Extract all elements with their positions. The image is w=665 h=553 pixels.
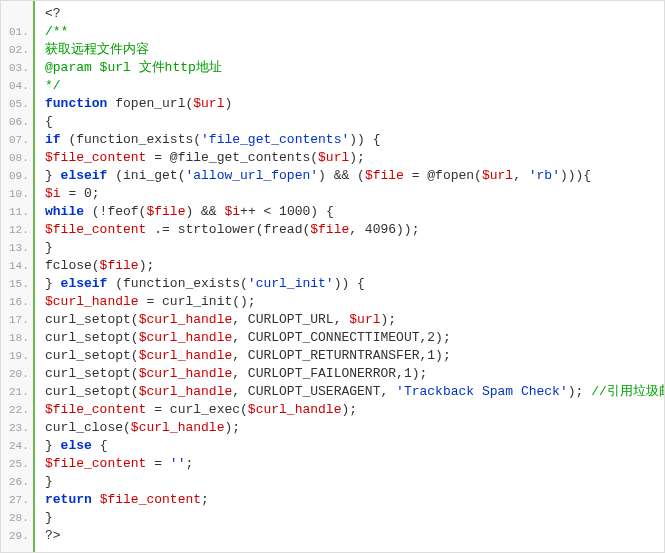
code-token: , CURLOPT_CONNECTTIMEOUT,2);	[232, 330, 450, 345]
line-number: 12.	[1, 221, 33, 239]
code-token: while	[45, 204, 84, 219]
code-line: {	[45, 113, 664, 131]
line-number: 18.	[1, 329, 33, 347]
line-number: 09.	[1, 167, 33, 185]
code-token: @param $url 文件http地址	[45, 60, 222, 75]
code-line: curl_setopt($curl_handle, CURLOPT_URL, $…	[45, 311, 664, 329]
code-token: ) && (	[318, 168, 365, 183]
code-line: }	[45, 473, 664, 491]
code-token: fclose(	[45, 258, 100, 273]
code-token: , CURLOPT_RETURNTRANSFER,1);	[232, 348, 450, 363]
line-number: 24.	[1, 437, 33, 455]
code-token: }	[45, 438, 61, 453]
code-token: $file_content	[100, 492, 201, 507]
line-number: 13.	[1, 239, 33, 257]
code-line: curl_setopt($curl_handle, CURLOPT_USERAG…	[45, 383, 664, 401]
code-line: } elseif (function_exists('curl_init')) …	[45, 275, 664, 293]
code-token: ) &&	[185, 204, 224, 219]
code-token: (function_exists(	[61, 132, 201, 147]
code-token: curl_close(	[45, 420, 131, 435]
code-token: $file	[365, 168, 404, 183]
code-token: , CURLOPT_USERAGENT,	[232, 384, 396, 399]
code-token: .= strtolower(fread(	[146, 222, 310, 237]
code-token: $curl_handle	[139, 330, 233, 345]
line-number: 07.	[1, 131, 33, 149]
line-number: 16.	[1, 293, 33, 311]
code-area[interactable]: <?/**获取远程文件内容@param $url 文件http地址*/funct…	[35, 1, 664, 552]
line-number-gutter: 01.02.03.04.05.06.07.08.09.10.11.12.13.1…	[1, 1, 35, 552]
code-token: $url	[349, 312, 380, 327]
code-token: ''	[170, 456, 186, 471]
code-token: (function_exists(	[107, 276, 247, 291]
line-number: 08.	[1, 149, 33, 167]
line-number: 01.	[1, 23, 33, 41]
code-token: 'file_get_contents'	[201, 132, 349, 147]
code-token: }	[45, 510, 53, 525]
code-token: = @fopen(	[404, 168, 482, 183]
code-token: function	[45, 96, 107, 111]
code-line: ?>	[45, 527, 664, 545]
code-token: elseif	[61, 168, 108, 183]
code-line: /**	[45, 23, 664, 41]
code-token: )	[224, 96, 232, 111]
code-line: <?	[45, 5, 664, 23]
line-number: 26.	[1, 473, 33, 491]
code-token: $url	[482, 168, 513, 183]
code-token: ;	[201, 492, 209, 507]
code-line: $file_content = curl_exec($curl_handle);	[45, 401, 664, 419]
code-token: 'rb'	[529, 168, 560, 183]
code-token: );	[341, 402, 357, 417]
code-token: ?>	[45, 528, 61, 543]
code-token: curl_setopt(	[45, 384, 139, 399]
code-token: , CURLOPT_FAILONERROR,1);	[232, 366, 427, 381]
line-number: 27.	[1, 491, 33, 509]
code-token: = curl_exec(	[146, 402, 247, 417]
code-line: $file_content .= strtolower(fread($file,…	[45, 221, 664, 239]
code-token: $url	[193, 96, 224, 111]
code-token: ,	[513, 168, 529, 183]
code-token: return	[45, 492, 92, 507]
code-token: 'Trackback Spam Check'	[396, 384, 568, 399]
code-token: $file	[146, 204, 185, 219]
code-token: );	[568, 384, 591, 399]
code-token: curl_setopt(	[45, 312, 139, 327]
line-number: 29.	[1, 527, 33, 545]
code-line: $i = 0;	[45, 185, 664, 203]
code-token: }	[45, 276, 61, 291]
code-line: @param $url 文件http地址	[45, 59, 664, 77]
code-token: );	[139, 258, 155, 273]
code-token: $url	[318, 150, 349, 165]
code-token: ;	[185, 456, 193, 471]
code-line: 获取远程文件内容	[45, 41, 664, 59]
line-number: 15.	[1, 275, 33, 293]
code-token: (ini_get(	[107, 168, 185, 183]
line-number: 02.	[1, 41, 33, 59]
code-token: /**	[45, 24, 68, 39]
line-number: 10.	[1, 185, 33, 203]
code-token: =	[146, 456, 169, 471]
line-number: 17.	[1, 311, 33, 329]
code-token: $curl_handle	[139, 348, 233, 363]
code-line: } else {	[45, 437, 664, 455]
code-token: elseif	[61, 276, 108, 291]
code-token: 'allow_url_fopen'	[185, 168, 318, 183]
code-token: );	[224, 420, 240, 435]
code-token: (!feof(	[84, 204, 146, 219]
code-token: );	[349, 150, 365, 165]
code-token: }	[45, 474, 53, 489]
code-token: $curl_handle	[248, 402, 342, 417]
code-token: 获取远程文件内容	[45, 42, 149, 57]
code-token: curl_setopt(	[45, 330, 139, 345]
code-line: while (!feof($file) && $i++ < 1000) {	[45, 203, 664, 221]
code-token	[92, 492, 100, 507]
code-line: curl_setopt($curl_handle, CURLOPT_FAILON…	[45, 365, 664, 383]
code-token: ))){	[560, 168, 591, 183]
code-token: $curl_handle	[45, 294, 139, 309]
code-line: curl_setopt($curl_handle, CURLOPT_CONNEC…	[45, 329, 664, 347]
line-number: 03.	[1, 59, 33, 77]
line-number: 04.	[1, 77, 33, 95]
code-line: } elseif (ini_get('allow_url_fopen') && …	[45, 167, 664, 185]
code-token: $curl_handle	[139, 312, 233, 327]
code-token: curl_setopt(	[45, 366, 139, 381]
code-token: $file_content	[45, 222, 146, 237]
